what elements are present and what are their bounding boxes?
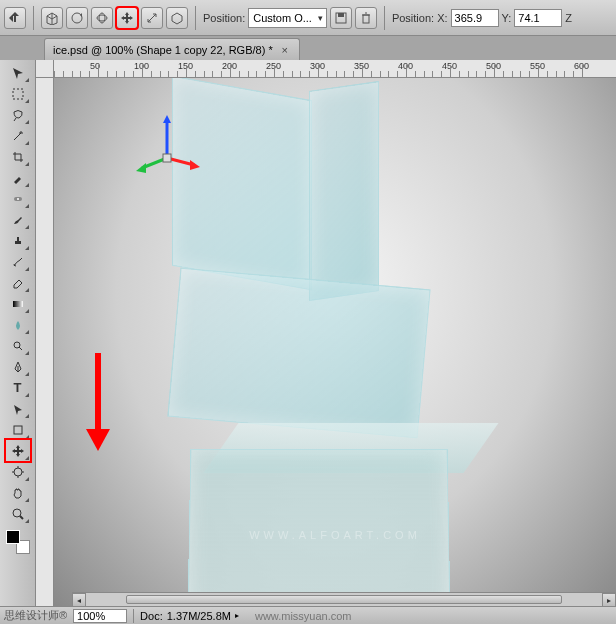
canvas-wrap: 50100150200250300350400450500550600 <box>36 60 616 606</box>
dodge-tool[interactable] <box>6 335 30 356</box>
path-select-tool[interactable] <box>6 398 30 419</box>
3d-axis-gizmo[interactable] <box>132 113 202 183</box>
document-tab-bar: ice.psd @ 100% (Shape 1 copy 22, RGB/8) … <box>0 36 616 60</box>
horizontal-scrollbar[interactable]: ◂ ▸ <box>72 592 616 606</box>
wand-tool[interactable] <box>6 125 30 146</box>
save-position-button[interactable] <box>330 7 352 29</box>
eyedropper-tool[interactable] <box>6 167 30 188</box>
svg-point-1 <box>97 15 107 21</box>
doc-size-segment[interactable]: Doc: 1.37M/25.8M ▸ <box>133 609 245 623</box>
brush-tool[interactable] <box>6 209 30 230</box>
3d-camera-tool[interactable] <box>6 461 30 482</box>
footer-branding: 思维设计师® <box>4 608 67 623</box>
svg-rect-8 <box>13 301 23 307</box>
svg-point-12 <box>13 509 21 517</box>
separator <box>384 6 385 30</box>
chevron-right-icon: ▸ <box>235 611 239 620</box>
left-toolbox: T <box>0 60 36 606</box>
svg-rect-19 <box>163 154 171 162</box>
canvas[interactable]: WWW.ALFOART.COM ◂ ▸ <box>54 78 616 606</box>
crop-tool[interactable] <box>6 146 30 167</box>
svg-line-15 <box>167 158 194 165</box>
svg-line-17 <box>142 158 167 168</box>
lasso-tool[interactable] <box>6 104 30 125</box>
ice-block <box>309 81 379 301</box>
stamp-tool[interactable] <box>6 230 30 251</box>
position-z-label: Z <box>565 12 572 24</box>
eraser-tool[interactable] <box>6 272 30 293</box>
svg-point-0 <box>72 13 82 23</box>
svg-marker-14 <box>163 115 171 123</box>
main-area: T 50100150200250300350400450500550600 <box>0 60 616 606</box>
svg-point-9 <box>14 342 20 348</box>
separator <box>33 6 34 30</box>
delete-position-button[interactable] <box>355 7 377 29</box>
ruler-horizontal[interactable]: 50100150200250300350400450500550600 <box>54 60 616 78</box>
svg-rect-3 <box>336 13 346 23</box>
svg-rect-10 <box>14 426 22 434</box>
position-x-label: Position: X: <box>392 12 448 24</box>
healing-tool[interactable] <box>6 188 30 209</box>
history-brush-tool[interactable] <box>6 251 30 272</box>
fg-color-swatch[interactable] <box>6 530 20 544</box>
hand-tool[interactable] <box>6 482 30 503</box>
svg-marker-16 <box>190 160 200 170</box>
position-label: Position: <box>203 12 245 24</box>
status-bar: 思维设计师® 100% Doc: 1.37M/25.8M ▸ www.missy… <box>0 606 616 624</box>
document-tab[interactable]: ice.psd @ 100% (Shape 1 copy 22, RGB/8) … <box>44 38 300 60</box>
zoom-tool[interactable] <box>6 503 30 524</box>
doc-label: Doc: <box>140 610 163 622</box>
rotate-3d-button[interactable] <box>66 7 88 29</box>
position-dropdown-value: Custom O... <box>253 12 312 24</box>
separator <box>195 6 196 30</box>
drag-3d-button[interactable] <box>116 7 138 29</box>
marquee-tool[interactable] <box>6 83 30 104</box>
svg-rect-6 <box>13 89 23 99</box>
scroll-right-button[interactable]: ▸ <box>602 593 616 606</box>
ice-block <box>188 449 451 606</box>
scale-3d-button[interactable] <box>166 7 188 29</box>
ice-block <box>172 78 312 290</box>
blur-tool[interactable] <box>6 314 30 335</box>
annotation-arrow <box>89 353 107 463</box>
svg-point-2 <box>99 13 105 23</box>
ruler-vertical[interactable] <box>36 78 54 606</box>
ice-block <box>167 268 430 439</box>
position-y-label: Y: <box>502 12 512 24</box>
doc-size: 1.37M/25.8M <box>167 610 231 622</box>
home-3d-button[interactable] <box>41 7 63 29</box>
color-swatches[interactable] <box>6 530 30 554</box>
svg-rect-4 <box>338 13 344 17</box>
position-y-input[interactable]: 74.1 <box>514 9 562 27</box>
position-dropdown[interactable]: Custom O... <box>248 8 327 28</box>
ruler-origin[interactable] <box>36 60 54 78</box>
gradient-tool[interactable] <box>6 293 30 314</box>
roll-3d-button[interactable] <box>91 7 113 29</box>
slide-3d-button[interactable] <box>141 7 163 29</box>
tool-preset-button[interactable] <box>4 7 26 29</box>
tab-title: ice.psd @ 100% (Shape 1 copy 22, RGB/8) … <box>53 44 273 56</box>
close-icon[interactable]: × <box>279 44 291 56</box>
shape-tool[interactable] <box>6 419 30 440</box>
scroll-thumb[interactable] <box>126 595 562 604</box>
zoom-input[interactable]: 100% <box>73 609 127 623</box>
svg-point-11 <box>14 468 22 476</box>
options-bar: Position: Custom O... Position: X: 365.9… <box>0 0 616 36</box>
svg-rect-7 <box>14 197 22 201</box>
position-x-input[interactable]: 365.9 <box>451 9 499 27</box>
move-tool[interactable] <box>6 62 30 83</box>
3d-object-tool[interactable] <box>6 440 30 461</box>
svg-marker-18 <box>136 163 146 173</box>
svg-rect-5 <box>363 15 369 23</box>
watermark-footer: www.missyuan.com <box>255 610 352 622</box>
scroll-left-button[interactable]: ◂ <box>72 593 86 606</box>
watermark: WWW.ALFOART.COM <box>249 529 421 541</box>
pen-tool[interactable] <box>6 356 30 377</box>
type-tool[interactable]: T <box>6 377 30 398</box>
